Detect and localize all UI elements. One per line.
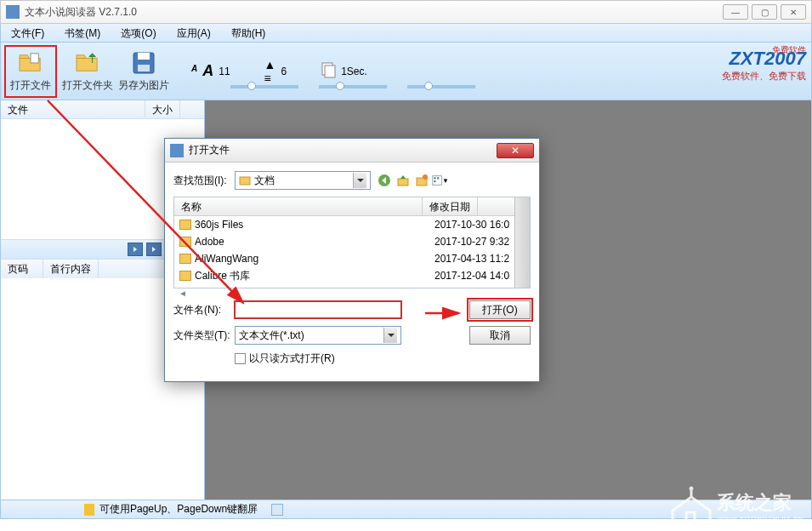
window-title: 文本小说阅读器 V2.7.1.0 [25, 5, 137, 20]
view-mode-icon[interactable]: ▼ [432, 172, 449, 189]
open-file-label: 打开文件 [10, 78, 51, 93]
svg-rect-19 [686, 512, 695, 522]
minimize-button[interactable]: — [723, 4, 748, 20]
svg-rect-14 [434, 177, 435, 179]
filename-input[interactable] [235, 301, 401, 318]
watermark: 系统之家 WWW.XITONGZHIJIA.NET [669, 480, 805, 526]
line-slider[interactable] [319, 85, 387, 88]
svg-rect-10 [398, 179, 408, 186]
up-folder-icon[interactable] [395, 172, 412, 189]
filetype-label: 文件类型(T): [173, 328, 235, 343]
open-folder-button[interactable]: 打开文件夹 [62, 46, 113, 97]
status-icon2 [271, 504, 283, 516]
file-scrollbar[interactable] [514, 197, 530, 288]
status-tip: 可使用PageUp、PageDown键翻屏 [99, 502, 258, 517]
col-date[interactable]: 修改日期 [423, 197, 478, 215]
svg-text:WWW.XITONGZHIJIA.NET: WWW.XITONGZHIJIA.NET [717, 515, 805, 522]
font-size-value: 11 [219, 66, 230, 77]
line-spacing-value: 6 [281, 66, 287, 77]
lookin-value: 文档 [254, 174, 275, 188]
page-speed-control: 1Sec. [321, 61, 376, 82]
menu-bookmark[interactable]: 书签(M) [54, 24, 111, 42]
open-file-dialog: 打开文件 ✕ 查找范围(I): 文档 ▼ 名称 修改日期 [164, 138, 540, 382]
dialog-title: 打开文件 [189, 143, 230, 157]
documents-folder-icon [239, 174, 251, 186]
filelist-header: 文件 大小 [1, 100, 204, 119]
file-date: 2017-10-30 16:0 [434, 219, 509, 231]
file-name: Calibre 书库 [195, 269, 434, 283]
file-name: Adobe [195, 236, 434, 248]
file-row[interactable]: 360js Files2017-10-30 16:0 [174, 216, 514, 233]
save-image-label: 另存为图片 [118, 78, 169, 93]
folder-icon [179, 271, 191, 281]
col-size[interactable]: 大小 [145, 100, 180, 118]
file-name: AliWangWang [195, 253, 434, 265]
lookin-label: 查找范围(I): [173, 174, 235, 188]
dialog-titlebar: 打开文件 ✕ [165, 139, 539, 163]
filetype-value: 文本文件(*.txt) [239, 328, 304, 343]
maximize-button[interactable]: ▢ [752, 4, 777, 20]
page-icon [321, 61, 338, 82]
svg-rect-2 [77, 58, 97, 71]
svg-rect-7 [325, 66, 335, 77]
menu-options[interactable]: 选项(O) [111, 24, 166, 42]
line-spacing-control: ▲≡ 6 [264, 58, 296, 85]
save-icon [130, 49, 157, 77]
folder-icon [179, 237, 191, 247]
file-date: 2017-12-04 14:0 [434, 270, 509, 282]
brand-logo: 免费软件 ZXT2007 免费软件、免费下载 [722, 48, 806, 83]
new-folder-icon[interactable] [413, 172, 430, 189]
cancel-button[interactable]: 取消 [469, 326, 531, 345]
toolbar: 打开文件 打开文件夹 另存为图片 AA 11 ▲≡ 6 1Sec. 免费软件 Z… [0, 43, 812, 100]
file-name: 360js Files [195, 219, 434, 231]
folder-icon [179, 254, 191, 264]
save-as-image-button[interactable]: 另存为图片 [118, 46, 169, 97]
file-date: 2017-10-27 9:32 [434, 236, 509, 248]
svg-rect-15 [437, 177, 439, 179]
back-icon[interactable] [376, 172, 393, 189]
readonly-checkbox[interactable] [235, 353, 246, 364]
readonly-label: 以只读方式打开(R) [249, 351, 335, 366]
col-content[interactable]: 首行内容 [43, 260, 99, 278]
svg-rect-8 [240, 177, 250, 185]
window-titlebar: 文本小说阅读器 V2.7.1.0 — ▢ ✕ [0, 0, 812, 24]
page-speed-value: 1Sec. [341, 66, 367, 77]
open-file-icon [17, 49, 44, 77]
dialog-close-button[interactable]: ✕ [497, 143, 534, 158]
open-file-button[interactable]: 打开文件 [4, 45, 57, 98]
nav-prev-icon[interactable] [146, 243, 162, 256]
svg-rect-4 [138, 53, 150, 60]
lookin-combo[interactable]: 文档 [235, 171, 371, 190]
svg-point-21 [690, 487, 693, 490]
file-row[interactable]: AliWangWang2017-04-13 11:2 [174, 250, 514, 267]
tip-icon [84, 504, 94, 516]
open-folder-icon [74, 49, 101, 77]
file-row[interactable]: Adobe2017-10-27 9:32 [174, 233, 514, 250]
filename-label: 文件名(N): [173, 303, 235, 317]
file-date: 2017-04-13 11:2 [434, 253, 509, 265]
filetype-combo[interactable]: 文本文件(*.txt) [235, 326, 401, 345]
svg-rect-1 [31, 54, 38, 63]
open-button[interactable]: 打开(O) [469, 300, 531, 319]
svg-point-12 [423, 174, 428, 180]
speed-slider[interactable] [407, 85, 475, 88]
open-folder-label: 打开文件夹 [62, 78, 113, 93]
svg-text:系统之家: 系统之家 [716, 492, 792, 513]
font-slider[interactable] [230, 85, 298, 88]
file-listview[interactable]: 名称 修改日期 360js Files2017-10-30 16:0Adobe2… [173, 197, 531, 288]
folder-icon [179, 220, 191, 230]
app-icon [6, 5, 20, 19]
close-button[interactable]: ✕ [781, 4, 806, 20]
col-name[interactable]: 名称 [174, 197, 423, 215]
col-page[interactable]: 页码 [1, 260, 43, 278]
col-file[interactable]: 文件 [1, 100, 145, 118]
menu-file[interactable]: 文件(F) [1, 24, 54, 42]
menu-help[interactable]: 帮助(H) [221, 24, 276, 42]
menu-apply[interactable]: 应用(A) [167, 24, 221, 42]
file-row[interactable]: Calibre 书库2017-12-04 14:0 [174, 267, 514, 284]
nav-first-icon[interactable] [128, 243, 143, 256]
font-size-control: AA 11 [191, 62, 239, 80]
dialog-icon [170, 144, 184, 157]
menubar: 文件(F) 书签(M) 选项(O) 应用(A) 帮助(H) [0, 24, 812, 43]
svg-rect-5 [138, 65, 150, 71]
